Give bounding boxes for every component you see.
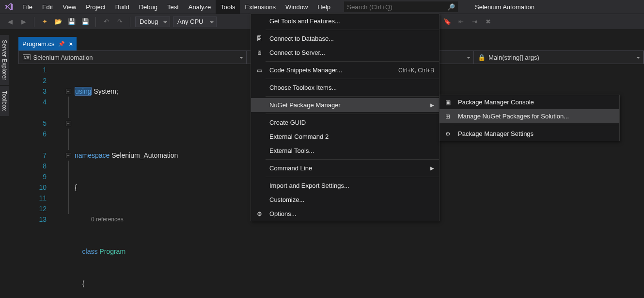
separator: [266, 96, 439, 97]
menu-get-tools[interactable]: Get Tools and Features...: [251, 14, 439, 28]
menu-edit[interactable]: Edit: [37, 0, 58, 14]
new-project-icon[interactable]: ✦: [39, 17, 50, 27]
redo-icon[interactable]: ↷: [114, 17, 125, 27]
menu-external-tools[interactable]: External Tools...: [251, 144, 439, 158]
menu-command-line[interactable]: Command Line▶: [251, 161, 439, 175]
fold-icon[interactable]: −: [66, 121, 71, 126]
lock-icon: 🔒: [478, 54, 486, 61]
server-icon: 🖥: [254, 50, 265, 56]
separator: [454, 125, 619, 125]
separator: [266, 30, 439, 30]
menu-help[interactable]: Help: [313, 0, 335, 14]
next-bookmark-icon[interactable]: ⇥: [469, 17, 480, 27]
close-icon[interactable]: ×: [69, 40, 73, 48]
open-file-icon[interactable]: 📂: [53, 17, 63, 27]
side-tabs: Server Explorer Toolbox: [0, 35, 11, 117]
nav-back-icon[interactable]: ◀: [5, 17, 16, 27]
nav-project-label: Selenium Automation: [33, 54, 93, 61]
menu-extensions[interactable]: Extensions: [240, 0, 281, 14]
line-gutter: 1234 56 78910111213: [18, 65, 55, 225]
separator: [95, 17, 96, 27]
server-explorer-tab[interactable]: Server Explorer: [0, 35, 9, 85]
submenu-arrow-icon: ▶: [430, 166, 434, 171]
menu-package-manager-console[interactable]: ▣Package Manager Console: [440, 95, 619, 109]
nav-project-combo[interactable]: C# Selenium Automation: [19, 51, 247, 64]
menu-file[interactable]: File: [17, 0, 37, 14]
menu-tools[interactable]: Tools: [216, 0, 240, 14]
menu-build[interactable]: Build: [110, 0, 134, 14]
menu-code-snippets[interactable]: ▭Code Snippets Manager...Ctrl+K, Ctrl+B: [251, 63, 439, 77]
menu-connect-database[interactable]: 🗄Connect to Database...: [251, 32, 439, 46]
fold-icon[interactable]: −: [66, 153, 71, 158]
tools-menu-dropdown: Get Tools and Features... 🗄Connect to Da…: [251, 14, 440, 221]
menu-project[interactable]: Project: [81, 0, 110, 14]
search-icon: 🔎: [447, 3, 455, 11]
doctab-label: Program.cs: [22, 40, 54, 48]
search-input[interactable]: [347, 3, 447, 11]
config-combo[interactable]: Debug: [135, 17, 170, 27]
gear-icon: ⚙: [254, 211, 265, 217]
console-icon: ▣: [442, 99, 453, 106]
menu-manage-nuget-packages[interactable]: ⊞Manage NuGet Packages for Solution...: [440, 109, 619, 123]
vs-logo-icon: [0, 2, 17, 12]
menu-import-export-settings[interactable]: Import and Export Settings...: [251, 179, 439, 193]
submenu-arrow-icon: ▶: [430, 102, 434, 108]
nav-member-combo[interactable]: 🔒 Main(string[] args): [474, 51, 644, 64]
csharp-badge-icon: C#: [23, 54, 31, 60]
menu-nuget-package-manager[interactable]: NuGet Package Manager▶: [251, 98, 439, 112]
bookmark-icon[interactable]: 🔖: [442, 17, 453, 27]
separator: [266, 177, 439, 177]
document-tabs: Program.cs 📌 ×: [18, 37, 77, 50]
separator: [266, 159, 439, 160]
database-icon: 🗄: [254, 35, 265, 42]
menu-create-guid[interactable]: Create GUID: [251, 116, 439, 130]
menu-package-manager-settings[interactable]: ⚙Package Manager Settings: [440, 127, 619, 141]
fold-column: − − −: [65, 65, 72, 214]
clear-bookmarks-icon[interactable]: ✖: [483, 17, 493, 27]
menu-external-command-2[interactable]: External Command 2: [251, 130, 439, 144]
separator: [266, 61, 439, 62]
save-icon[interactable]: 💾: [66, 17, 77, 27]
menu-connect-server[interactable]: 🖥Connect to Server...: [251, 46, 439, 60]
nav-member-label: Main(string[] args): [488, 54, 539, 61]
quick-launch[interactable]: 🔎: [344, 1, 458, 12]
platform-combo[interactable]: Any CPU: [173, 17, 217, 27]
menu-debug[interactable]: Debug: [134, 0, 162, 14]
pin-icon[interactable]: 📌: [58, 41, 65, 47]
menu-bar: File Edit View Project Build Debug Test …: [0, 0, 644, 14]
menu-view[interactable]: View: [58, 0, 81, 14]
shortcut-label: Ctrl+K, Ctrl+B: [398, 67, 434, 74]
doctab-program-cs[interactable]: Program.cs 📌 ×: [18, 37, 77, 50]
menu-test[interactable]: Test: [162, 0, 184, 14]
separator: [266, 79, 439, 79]
menu-window[interactable]: Window: [281, 0, 313, 14]
nuget-submenu: ▣Package Manager Console ⊞Manage NuGet P…: [439, 95, 620, 141]
fold-icon[interactable]: −: [66, 89, 71, 94]
undo-icon[interactable]: ↶: [101, 17, 111, 27]
toolbox-tab[interactable]: Toolbox: [0, 86, 9, 116]
package-icon: ⊞: [442, 113, 453, 120]
nav-forward-icon[interactable]: ▶: [18, 17, 29, 27]
separator: [34, 17, 34, 27]
separator: [266, 114, 439, 114]
snippet-icon: ▭: [254, 67, 265, 74]
solution-name: Selenium Automation: [475, 3, 534, 11]
gear-icon: ⚙: [442, 131, 453, 137]
menu-analyze[interactable]: Analyze: [184, 0, 216, 14]
menu-customize[interactable]: Customize...: [251, 193, 439, 207]
save-all-icon[interactable]: 💾: [80, 17, 91, 27]
menu-choose-toolbox[interactable]: Choose Toolbox Items...: [251, 81, 439, 95]
menu-options[interactable]: ⚙Options...: [251, 207, 439, 221]
separator: [130, 17, 130, 27]
prev-bookmark-icon[interactable]: ⇤: [456, 17, 466, 27]
